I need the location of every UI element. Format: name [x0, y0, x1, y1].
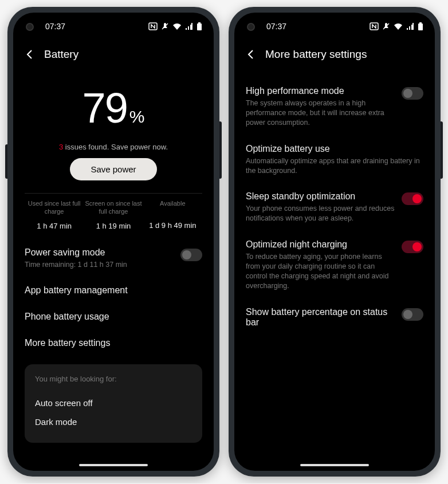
home-indicator[interactable]: [79, 464, 148, 466]
row-title: Optimize battery use: [246, 144, 423, 154]
suggestions-header: You might be looking for:: [35, 375, 192, 383]
stat-value: 1 h 19 min: [84, 222, 143, 230]
row-title: More battery settings: [25, 338, 110, 348]
stat-value: 1 d 9 h 49 min: [143, 221, 202, 230]
battery-content: 79% 3 issues found. Save power now. Save…: [13, 69, 214, 443]
row-subtitle: The system always operates in a high per…: [246, 99, 395, 128]
status-icons: [148, 22, 202, 30]
row-phone-usage[interactable]: Phone battery usage: [25, 304, 202, 330]
suggest-auto-screen-off[interactable]: Auto screen off: [35, 394, 192, 412]
screen-right: 07:37 More battery settings High perform…: [234, 13, 435, 471]
row-subtitle: Your phone consumes less power and reduc…: [246, 204, 395, 223]
toggle-high-performance[interactable]: [402, 87, 423, 100]
suggestions-card: You might be looking for: Auto screen of…: [25, 364, 202, 443]
page-header: More battery settings: [234, 40, 435, 69]
stat-screen-on: Screen on since last full charge 1 h 19 …: [84, 199, 143, 230]
row-optimize-battery[interactable]: Optimize battery use Automatically optim…: [246, 136, 423, 184]
nfc-icon: [370, 22, 379, 30]
row-title: High performance mode: [246, 86, 395, 96]
row-show-percentage[interactable]: Show battery percentage on status bar: [246, 299, 423, 336]
battery-percent: 79%: [25, 69, 202, 143]
issues-text: issues found. Save power now.: [65, 143, 168, 151]
row-subtitle: Automatically optimize apps that are dra…: [246, 156, 423, 176]
suggest-dark-mode[interactable]: Dark mode: [35, 412, 192, 431]
stat-available: Available 1 d 9 h 49 min: [143, 199, 202, 230]
percent-number: 79: [82, 84, 127, 132]
front-camera: [26, 23, 34, 31]
stat-used: Used since last full charge 1 h 47 min: [25, 199, 84, 230]
stat-label: Available: [143, 199, 202, 215]
stat-value: 1 h 47 min: [25, 222, 84, 230]
more-settings-content: High performance mode The system always …: [234, 69, 435, 336]
status-icons: [370, 22, 423, 30]
issues-count: 3: [59, 143, 63, 151]
svg-rect-7: [419, 22, 422, 23]
status-time: 07:37: [45, 22, 65, 31]
row-title: Sleep standby optimization: [246, 191, 395, 202]
row-night-charging[interactable]: Optimized night charging To reduce batte…: [246, 231, 423, 299]
phone-frame-left: 07:37 Battery 79% 3 issues found. Save p…: [7, 7, 219, 477]
home-indicator[interactable]: [300, 464, 369, 466]
svg-rect-2: [197, 23, 202, 30]
row-app-battery[interactable]: App battery management: [25, 277, 202, 304]
nfc-icon: [148, 22, 158, 30]
stat-label: Screen on since last full charge: [84, 199, 143, 216]
row-title: Phone battery usage: [25, 312, 109, 322]
phone-frame-right: 07:37 More battery settings High perform…: [229, 7, 441, 477]
row-title: App battery management: [25, 285, 128, 296]
row-high-performance[interactable]: High performance mode The system always …: [246, 78, 423, 136]
status-bar: 07:37: [234, 13, 435, 40]
front-camera: [247, 23, 255, 31]
battery-icon: [197, 22, 202, 30]
row-sleep-standby[interactable]: Sleep standby optimization Your phone co…: [246, 183, 423, 231]
svg-rect-6: [418, 23, 423, 30]
save-power-button[interactable]: Save power: [70, 158, 156, 180]
row-title: Optimized night charging: [246, 239, 395, 250]
toggle-sleep-standby[interactable]: [402, 192, 423, 205]
signal-icon: [406, 23, 414, 30]
screen-left: 07:37 Battery 79% 3 issues found. Save p…: [13, 13, 214, 471]
svg-rect-3: [198, 22, 201, 23]
page-header: Battery: [13, 40, 214, 69]
toggle-show-percentage[interactable]: [402, 308, 423, 321]
status-bar: 07:37: [13, 13, 214, 40]
toggle-power-saving[interactable]: [180, 249, 202, 261]
back-icon[interactable]: [246, 49, 256, 60]
percent-symbol: %: [129, 107, 145, 126]
issues-line: 3 issues found. Save power now.: [25, 143, 202, 151]
page-title: Battery: [44, 48, 78, 61]
battery-icon: [418, 22, 423, 30]
row-subtitle: Time remaining: 1 d 11 h 37 min: [25, 260, 174, 270]
row-title: Show battery percentage on status bar: [246, 307, 395, 328]
page-title: More battery settings: [265, 48, 367, 61]
signal-icon: [185, 23, 193, 30]
battery-stats: Used since last full charge 1 h 47 min S…: [25, 193, 202, 239]
mute-icon: [382, 22, 390, 30]
wifi-icon: [394, 23, 403, 30]
back-icon[interactable]: [25, 49, 35, 60]
row-more-settings[interactable]: More battery settings: [25, 330, 202, 356]
status-time: 07:37: [266, 22, 286, 31]
row-subtitle: To reduce battery aging, your phone lear…: [246, 252, 395, 291]
mute-icon: [161, 22, 169, 30]
row-title: Power saving mode: [25, 247, 174, 258]
wifi-icon: [172, 23, 182, 30]
stat-label: Used since last full charge: [25, 199, 84, 216]
row-power-saving[interactable]: Power saving mode Time remaining: 1 d 11…: [25, 239, 202, 278]
toggle-night-charging[interactable]: [402, 241, 423, 253]
